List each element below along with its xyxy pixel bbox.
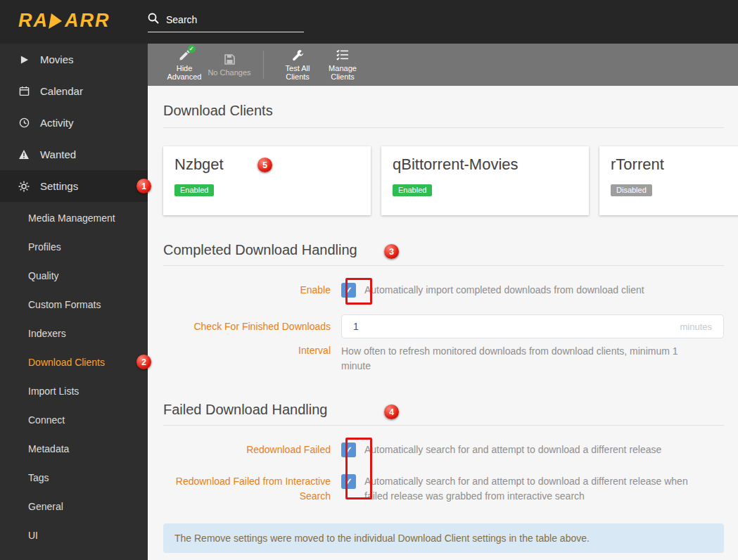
interval-input[interactable]: 1 minutes <box>341 314 724 338</box>
sidebar-item-label: Import Lists <box>28 386 79 397</box>
toolbar-button-label: No Changes <box>208 68 250 77</box>
sidebar-item-custom-formats[interactable]: Custom Formats <box>0 290 148 319</box>
sidebar-item-label: Wanted <box>40 148 76 160</box>
sidebar-item-label: Connect <box>28 414 65 426</box>
sidebar-item-quality[interactable]: Quality <box>0 261 148 290</box>
save-changes-button[interactable]: No Changes <box>207 53 252 77</box>
sidebar-item-label: Settings <box>40 180 78 192</box>
sidebar-item-label: Metadata <box>28 443 69 454</box>
annotation-rect-failed-checkboxes <box>345 438 372 499</box>
test-all-clients-button[interactable]: Test All Clients <box>275 49 320 81</box>
interval-value: 1 <box>353 321 359 332</box>
settings-submenu: Media Management Profiles Quality Custom… <box>0 202 148 549</box>
sidebar-item-indexers[interactable]: Indexers <box>0 319 148 348</box>
status-badge: Disabled <box>611 184 652 196</box>
calendar-icon <box>18 86 30 96</box>
annotation-rect-enable-checkbox <box>345 278 372 305</box>
logo-text-right: ARR <box>65 10 110 32</box>
sidebar-item-label: Profiles <box>28 241 61 253</box>
enable-help-text: Automatically import completed downloads… <box>364 283 644 298</box>
sidebar-item-label: Custom Formats <box>28 299 101 310</box>
warning-triangle-icon <box>18 149 30 160</box>
toolbar-button-label: Test All Clients <box>275 64 320 81</box>
client-name: qBittorrent-Movies <box>393 155 578 174</box>
page-title: Download Clients <box>163 103 724 128</box>
search-icon <box>148 13 159 27</box>
interval-label: Check For Finished Downloads Interval <box>163 314 341 362</box>
client-card-qbittorrent-movies[interactable]: qBittorrent-Movies Enabled <box>381 146 589 215</box>
main-content: Download Clients Nzbget Enabled qBittorr… <box>148 86 738 560</box>
annotation-circle-5: 5 <box>257 158 272 172</box>
enable-row: Enable ✓ Automatically import completed … <box>163 283 724 298</box>
manage-clients-button[interactable]: Manage Clients <box>320 49 365 81</box>
sidebar-item-import-lists[interactable]: Import Lists <box>0 376 148 405</box>
sidebar-item-profiles[interactable]: Profiles <box>0 232 148 261</box>
checklist-icon <box>336 49 349 61</box>
sidebar-item-label: UI <box>28 530 38 541</box>
annotation-circle-3: 3 <box>384 244 399 259</box>
sidebar-item-general[interactable]: General <box>0 492 148 521</box>
download-client-cards: Nzbget Enabled qBittorrent-Movies Enable… <box>163 146 724 215</box>
sidebar-item-label: Calendar <box>40 85 83 97</box>
sidebar-item-label: Movies <box>40 53 74 65</box>
sidebar-item-label: Media Management <box>28 212 115 224</box>
sidebar-item-activity[interactable]: Activity <box>0 107 148 139</box>
green-check-icon: ✓ <box>188 45 196 53</box>
client-card-nzbget[interactable]: Nzbget Enabled <box>163 146 371 215</box>
section-title-completed-download-handling: Completed Download Handling <box>163 242 724 266</box>
toolbar-button-label: Hide Advanced <box>162 64 207 81</box>
sidebar-item-tags[interactable]: Tags <box>0 463 148 492</box>
status-badge: Enabled <box>393 184 432 196</box>
sidebar-item-label: General <box>28 501 63 512</box>
annotation-circle-1: 1 <box>136 179 151 193</box>
redownload-interactive-label: Redownload Failed from Interactive Searc… <box>163 474 341 504</box>
advanced-pencil-icon: ✓ <box>179 49 191 61</box>
sidebar-item-label: Quality <box>28 270 59 281</box>
toolbar-separator <box>263 51 264 79</box>
gears-icon <box>18 181 30 192</box>
sidebar: Movies Calendar Activity Wanted Settings… <box>0 44 148 560</box>
sidebar-item-label: Tags <box>28 472 49 483</box>
toolbar-button-label: Manage Clients <box>320 64 365 81</box>
interval-help-text: How often to refresh monitored downloads… <box>341 344 707 374</box>
interval-row: Check For Finished Downloads Interval 1 … <box>163 314 724 374</box>
sidebar-item-label: Download Clients <box>28 357 105 368</box>
clock-icon <box>18 117 30 128</box>
sidebar-item-media-management[interactable]: Media Management <box>0 203 148 232</box>
annotation-circle-4: 4 <box>384 405 399 419</box>
redownload-interactive-row: Redownload Failed from Interactive Searc… <box>163 474 724 504</box>
save-floppy-icon <box>224 53 236 65</box>
wrench-icon <box>292 49 304 61</box>
sidebar-item-movies[interactable]: Movies <box>0 44 148 75</box>
top-bar: RA ARR <box>0 0 738 44</box>
sidebar-item-connect[interactable]: Connect <box>0 405 148 434</box>
sidebar-item-metadata[interactable]: Metadata <box>0 434 148 463</box>
search-bar[interactable] <box>148 13 304 32</box>
radarr-play-icon <box>49 13 63 29</box>
search-input[interactable] <box>166 14 293 25</box>
redownload-failed-label: Redownload Failed <box>163 443 341 457</box>
section-title-failed-download-handling: Failed Download Handling <box>163 402 724 426</box>
redownload-failed-row: Redownload Failed ✓ Automatically search… <box>163 443 724 457</box>
hide-advanced-button[interactable]: ✓ Hide Advanced <box>162 49 207 81</box>
page-toolbar: ✓ Hide Advanced No Changes Test All Clie… <box>148 44 738 86</box>
sidebar-item-settings[interactable]: Settings <box>0 170 148 202</box>
sidebar-item-wanted[interactable]: Wanted <box>0 139 148 170</box>
info-alert: The Remove settings were moved to the in… <box>163 523 724 553</box>
sidebar-item-ui[interactable]: UI <box>0 521 148 549</box>
radarr-logo[interactable]: RA ARR <box>18 10 110 32</box>
interval-unit: minutes <box>680 322 712 332</box>
redownload-interactive-help-text: Automatically search for and attempt to … <box>364 474 695 504</box>
client-card-rtorrent[interactable]: rTorrent Disabled <box>599 146 738 215</box>
sidebar-item-label: Activity <box>40 117 74 129</box>
enable-label: Enable <box>163 283 341 298</box>
client-name: rTorrent <box>611 155 738 174</box>
sidebar-item-calendar[interactable]: Calendar <box>0 75 148 107</box>
annotation-circle-2: 2 <box>136 355 151 369</box>
play-icon <box>18 55 30 65</box>
redownload-failed-help-text: Automatically search for and attempt to … <box>364 443 661 457</box>
sidebar-item-label: Indexers <box>28 328 66 339</box>
logo-text-left: RA <box>18 10 49 32</box>
sidebar-item-download-clients[interactable]: Download Clients <box>0 348 148 376</box>
status-badge: Enabled <box>174 184 214 196</box>
